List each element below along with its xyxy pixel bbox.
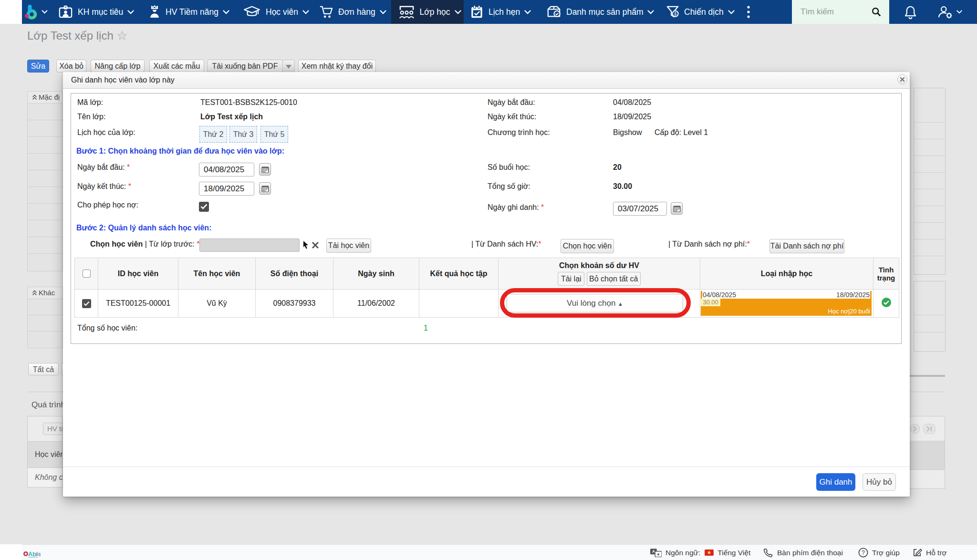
- svg-text:?: ?: [862, 550, 865, 556]
- svg-text:★: ★: [656, 552, 660, 557]
- svg-text:Abis: Abis: [28, 551, 41, 558]
- svg-text:$: $: [674, 11, 677, 16]
- svg-text:A: A: [652, 549, 655, 554]
